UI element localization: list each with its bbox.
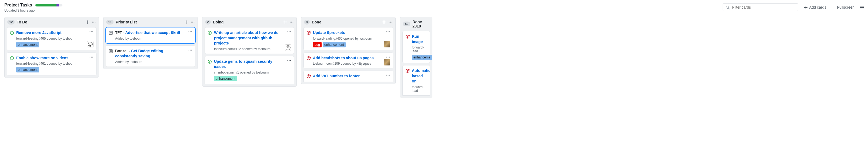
- card-labels: enhancement: [16, 42, 93, 47]
- card-link[interactable]: Advertise that we accept Skrill: [125, 31, 180, 35]
- kebab-icon: [287, 58, 291, 63]
- avatar[interactable]: [285, 44, 291, 51]
- menu-button[interactable]: [860, 5, 864, 9]
- column-add-button[interactable]: [184, 20, 188, 24]
- filter-input[interactable]: [732, 5, 795, 9]
- label[interactable]: enhancement: [16, 42, 39, 47]
- column-actions: [283, 20, 294, 24]
- add-cards-label: Add cards: [809, 5, 826, 9]
- card-meta: forward-lead: [412, 45, 427, 53]
- column-actions: [85, 20, 96, 24]
- card-title-link[interactable]: Enable show more on videos: [16, 55, 93, 61]
- card[interactable]: Automatic based on lforward-lead: [402, 65, 430, 95]
- card-menu-button[interactable]: [89, 30, 93, 35]
- card-menu-button[interactable]: [287, 30, 291, 35]
- card[interactable]: Enable show more on videosforward-leadin…: [7, 52, 96, 76]
- card-menu-button[interactable]: [89, 55, 93, 60]
- column-menu-button[interactable]: [92, 20, 96, 24]
- kebab-icon: [190, 20, 195, 24]
- board: 12 To Do Remove more JavaScriptforward-l…: [0, 12, 868, 98]
- card-menu-button[interactable]: [287, 58, 291, 64]
- card[interactable]: TFT - Advertise that we accept SkrillAdd…: [106, 27, 195, 43]
- card[interactable]: Bonzai - Get Badge editing consistently …: [106, 45, 195, 67]
- column-header: 2 Doing: [203, 17, 297, 27]
- card[interactable]: Remove more JavaScriptforward-leading#46…: [7, 27, 96, 50]
- column-title: To Do: [17, 20, 85, 24]
- header-right: Add cards Fullscreen: [723, 3, 864, 11]
- card[interactable]: Run imageforward-leadenhanceme: [402, 31, 430, 63]
- kebab-icon: [386, 73, 390, 77]
- card-menu-button[interactable]: [386, 73, 390, 78]
- column-add-button[interactable]: [382, 20, 386, 24]
- card-title-link[interactable]: Remove more JavaScript: [16, 30, 93, 36]
- cards-list: Write up an article about how we do proj…: [203, 27, 297, 86]
- card[interactable]: Update gems to squash security issuescha…: [205, 56, 294, 84]
- label[interactable]: enhanceme: [412, 55, 432, 60]
- kebab-icon: [89, 30, 93, 34]
- card-user[interactable]: tosbourn: [258, 47, 271, 51]
- kebab-icon: [289, 20, 294, 24]
- card-menu-button[interactable]: [188, 30, 192, 35]
- card-meta: Added by tosbourn: [115, 60, 192, 64]
- card-title-link[interactable]: Automatic based on l: [412, 68, 427, 84]
- kebab-icon: [188, 48, 192, 52]
- card-title-link[interactable]: Add VAT number to footer: [313, 74, 390, 79]
- card-user[interactable]: tosbourn: [63, 37, 75, 40]
- label[interactable]: enhancement: [323, 42, 346, 47]
- column-add-button[interactable]: [85, 20, 89, 24]
- column: 42 Done 2018Run imageforward-leadenhance…: [400, 17, 432, 98]
- card-status-icon: [306, 56, 311, 61]
- card-user[interactable]: tosbourn: [360, 37, 372, 40]
- card-title-link[interactable]: Update Sprockets: [313, 30, 390, 36]
- card-user[interactable]: kittysquee: [357, 62, 371, 66]
- filter-box[interactable]: [723, 3, 798, 11]
- avatar[interactable]: [384, 59, 390, 66]
- card-status-icon: [306, 31, 311, 35]
- card-status-icon: [108, 49, 113, 53]
- card-user[interactable]: tosbourn: [63, 62, 75, 66]
- label[interactable]: enhancement: [16, 67, 39, 73]
- card-user[interactable]: tosbourn: [130, 60, 143, 64]
- column-add-button[interactable]: [283, 20, 287, 24]
- fullscreen-icon: [832, 5, 835, 9]
- column: 12 To Do Remove more JavaScriptforward-l…: [4, 17, 99, 78]
- card-user[interactable]: tosbourn: [130, 37, 143, 40]
- card-title-link[interactable]: Write up an article about how we do proj…: [214, 30, 291, 46]
- progress-bar[interactable]: [35, 4, 62, 6]
- add-cards-button[interactable]: Add cards: [804, 5, 826, 9]
- card[interactable]: Write up an article about how we do proj…: [205, 27, 294, 54]
- label[interactable]: bug: [313, 42, 321, 47]
- column-count: 11: [106, 19, 114, 25]
- card-menu-button[interactable]: [188, 48, 192, 53]
- card-title: Bonzai - Get Badge editing consistently …: [115, 48, 192, 59]
- card-menu-button[interactable]: [386, 30, 390, 35]
- issue-closed-icon: [405, 69, 410, 73]
- plus-icon: [85, 20, 89, 24]
- card-meta: tosbourn.com#109 opened by kittysquee: [313, 62, 390, 66]
- kebab-icon: [386, 55, 390, 59]
- plus-icon: [283, 20, 287, 24]
- card[interactable]: Update Sprocketsforward-leading#466 open…: [304, 27, 393, 50]
- card-labels: bugenhancement: [313, 42, 390, 47]
- fullscreen-button[interactable]: Fullscreen: [832, 5, 855, 9]
- column-menu-button[interactable]: [388, 20, 393, 24]
- search-icon: [725, 5, 730, 9]
- card[interactable]: Add headshots to about us pagestosbourn.…: [304, 52, 393, 69]
- card-title-link[interactable]: Add headshots to about us pages: [313, 55, 390, 61]
- card-title-link[interactable]: Update gems to squash security issues: [214, 59, 291, 70]
- progress-inprogress: [57, 4, 59, 6]
- issue-closed-icon: [405, 35, 410, 39]
- updated-text: Updated 3 hours ago: [4, 9, 723, 12]
- avatar[interactable]: [87, 41, 93, 47]
- column-title: Doing: [213, 20, 283, 24]
- fullscreen-label: Fullscreen: [837, 5, 855, 9]
- card-status-icon: [108, 31, 113, 35]
- column-menu-button[interactable]: [289, 20, 294, 24]
- avatar[interactable]: [384, 41, 390, 47]
- card[interactable]: Add VAT number to footer: [304, 71, 393, 82]
- column-menu-button[interactable]: [190, 20, 195, 24]
- card-title-link[interactable]: Run image: [412, 34, 427, 44]
- card-status-icon: [10, 31, 14, 35]
- label[interactable]: enhancement: [214, 76, 237, 81]
- card-user[interactable]: tosbourn: [256, 71, 269, 74]
